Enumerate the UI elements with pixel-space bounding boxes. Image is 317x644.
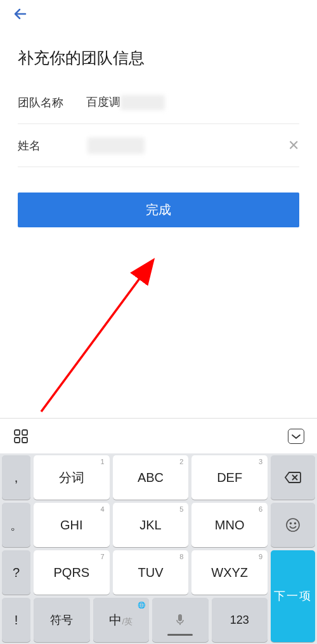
punct-period-key[interactable]: 。 [2,503,30,547]
next-key-label: 下一项 [274,589,312,603]
annotation-arrow [35,250,168,415]
team-name-label: 团队名称 [18,95,81,110]
header-bar [0,0,317,32]
backspace-icon [284,471,302,484]
key-2-abc[interactable]: 2ABC [113,455,189,500]
svg-point-8 [290,523,292,524]
mic-icon [176,614,184,626]
key-6-mno[interactable]: 6MNO [191,503,268,547]
keyboard: , 。 ? ! 1分词 2ABC 3DEF 4GHI 5JKL 6MNO 7PQ… [0,418,317,644]
svg-point-9 [295,523,296,524]
name-row[interactable]: 姓名 ✕ [18,124,299,167]
backspace-key[interactable] [271,455,315,500]
key-3-def[interactable]: 3DEF [191,455,268,500]
key-1-fenci[interactable]: 1分词 [34,455,110,500]
page-title: 补充你的团队信息 [0,32,317,81]
submit-button[interactable]: 完成 [18,193,299,227]
key-5-jkl[interactable]: 5JKL [113,503,189,547]
svg-rect-2 [15,430,20,435]
svg-rect-6 [178,614,182,621]
svg-rect-4 [15,438,20,443]
team-name-row[interactable]: 团队名称 百度调 [18,81,299,124]
keyboard-grid-icon[interactable] [11,429,30,444]
submit-button-label: 完成 [146,201,171,218]
key-8-tuv[interactable]: 8TUV [113,550,189,595]
symbols-key[interactable]: 符号 [34,598,90,642]
svg-point-7 [287,519,299,531]
next-key[interactable]: 下一项 [271,550,315,642]
globe-icon: 🌐 [138,602,145,609]
punct-question-key[interactable]: ? [2,550,30,595]
svg-line-1 [41,262,152,412]
name-label: 姓名 [18,138,81,153]
name-value [81,137,299,154]
svg-rect-3 [22,430,27,435]
team-name-value: 百度调 [81,94,299,110]
emoji-key[interactable] [271,503,315,547]
smile-icon [285,517,301,533]
clear-icon[interactable]: ✕ [288,137,299,154]
key-4-ghi[interactable]: 4GHI [34,503,110,547]
punct-exclaim-key[interactable]: ! [2,598,30,642]
svg-rect-5 [22,438,27,443]
back-arrow-icon[interactable] [13,6,28,26]
mic-space-key[interactable] [152,598,209,642]
keyboard-hide-icon[interactable] [287,429,306,444]
numbers-key[interactable]: 123 [212,598,268,642]
key-9-wxyz[interactable]: 9WXYZ [191,550,268,595]
language-key[interactable]: 中/英 🌐 [93,598,150,642]
punct-comma-key[interactable]: , [2,455,30,500]
key-7-pqrs[interactable]: 7PQRS [34,550,110,595]
